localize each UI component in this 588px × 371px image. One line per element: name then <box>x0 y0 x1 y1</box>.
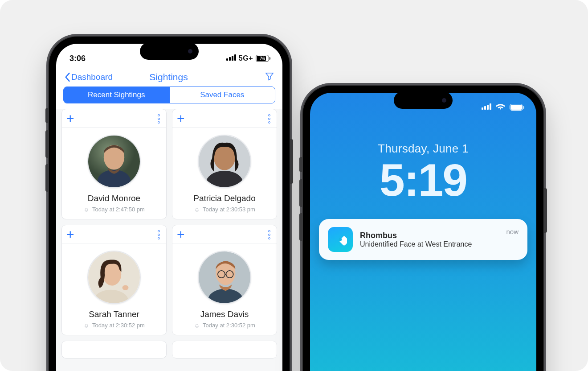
cell-signal-icon <box>225 54 236 62</box>
phone-switch <box>299 157 303 172</box>
volume-down-button <box>299 213 303 241</box>
page-title: Sightings <box>73 72 265 82</box>
phone-lockscreen: Thursday, June 1 5:19 Rhombus Unidentifi… <box>303 86 543 371</box>
tab-recent-sightings[interactable]: Recent Sightings <box>64 87 169 103</box>
statusbar-time: 3:06 <box>69 54 86 63</box>
sighting-time: Today at 2:30:53 pm <box>194 203 255 219</box>
phone-sightings: 3:06 5G+ 76 Dashboard Sightings <box>49 37 290 371</box>
person-photo <box>199 136 250 187</box>
card-menu-button[interactable] <box>266 228 272 241</box>
svg-point-17 <box>339 238 342 241</box>
card-menu-button[interactable] <box>156 112 162 125</box>
volume-up-button <box>299 179 303 207</box>
app-icon <box>328 227 353 252</box>
add-face-button[interactable]: + <box>177 112 185 125</box>
lockscreen: Thursday, June 1 5:19 Rhombus Unidentifi… <box>310 93 536 371</box>
sighting-time: Today at 2:47:50 pm <box>83 203 145 219</box>
bell-icon <box>194 322 200 329</box>
battery-icon: 76 <box>256 55 269 62</box>
chevron-left-icon <box>64 72 70 82</box>
svg-point-9 <box>122 285 129 290</box>
battery-percent: 76 <box>260 56 265 61</box>
add-face-button[interactable]: + <box>66 228 74 241</box>
tab-saved-faces[interactable]: Saved Faces <box>169 87 275 103</box>
sighting-card[interactable] <box>61 341 167 359</box>
dynamic-island <box>140 43 199 60</box>
bell-icon <box>83 322 90 329</box>
notification-card[interactable]: Rhombus Unidentified Face at West Entran… <box>319 219 527 260</box>
person-name: James Davis <box>200 309 249 319</box>
sighting-card[interactable]: + Sarah Tanner <box>61 225 167 335</box>
card-menu-button[interactable] <box>266 112 272 125</box>
phone-switch <box>45 108 49 123</box>
sighting-time: Today at 2:30:52 pm <box>194 319 255 335</box>
avatar <box>87 251 141 304</box>
notification-app-name: Rhombus <box>360 231 499 240</box>
person-photo <box>88 136 140 187</box>
sighting-card[interactable]: + <box>61 109 167 219</box>
bell-icon <box>83 206 90 213</box>
power-button <box>543 188 547 233</box>
battery-icon <box>510 104 523 111</box>
avatar <box>87 135 141 188</box>
add-face-button[interactable]: + <box>66 112 74 125</box>
sighting-card[interactable] <box>172 341 277 359</box>
person-name: Patricia Delgado <box>193 194 255 203</box>
filter-icon <box>265 71 274 81</box>
notification-message: Unidentified Face at West Entrance <box>360 240 499 248</box>
sighting-card[interactable]: + Patricia Delgado <box>172 109 277 219</box>
dynamic-island <box>394 92 453 109</box>
lockscreen-date: Thursday, June 1 <box>310 142 536 156</box>
card-menu-button[interactable] <box>156 228 162 241</box>
rhombus-icon <box>334 233 347 246</box>
person-name: David Monroe <box>88 194 140 203</box>
cell-signal-icon <box>481 103 491 111</box>
bell-icon <box>194 206 200 213</box>
sighting-card[interactable]: + <box>172 225 277 335</box>
network-label: 5G+ <box>239 54 253 62</box>
avatar <box>198 251 251 304</box>
person-photo <box>88 251 140 303</box>
nav-header: Dashboard Sightings <box>56 70 282 87</box>
person-name: Sarah Tanner <box>89 309 139 319</box>
wifi-icon <box>496 102 505 113</box>
person-photo <box>199 251 250 303</box>
volume-up-button <box>45 130 49 158</box>
filter-button[interactable] <box>265 71 274 83</box>
segmented-control: Recent Sightings Saved Faces <box>63 87 275 103</box>
notification-time: now <box>506 228 519 235</box>
avatar <box>198 135 251 188</box>
sightings-grid: + <box>56 109 282 359</box>
add-face-button[interactable]: + <box>177 228 185 241</box>
power-button <box>290 139 293 184</box>
lockscreen-time: 5:19 <box>310 157 536 203</box>
sighting-time: Today at 2:30:52 pm <box>83 319 145 335</box>
app-screen: 3:06 5G+ 76 Dashboard Sightings <box>56 44 282 371</box>
volume-down-button <box>45 164 49 192</box>
status-bar <box>481 102 523 113</box>
